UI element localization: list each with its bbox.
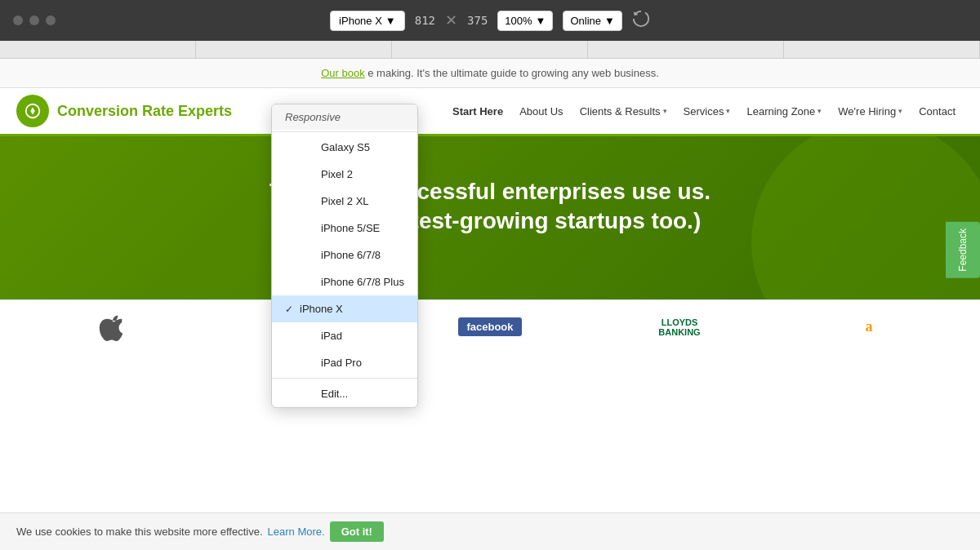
- device-caret-icon: ▼: [385, 15, 396, 27]
- clients-caret-icon: ▾: [663, 107, 667, 115]
- dropdown-item-ipad-pro[interactable]: iPad Pro: [272, 349, 417, 376]
- site-header: Conversion Rate Experts Start Here About…: [0, 88, 980, 136]
- client-logo-lloyds: LLOYDSBANKING: [647, 313, 712, 341]
- devtools-toolbar: iPhone X ▼ 812 ✕ 375 100% ▼ Online ▼: [0, 0, 980, 41]
- network-label: Online: [570, 15, 601, 27]
- client-logo-facebook: facebook: [457, 313, 523, 341]
- services-caret-icon: ▾: [726, 107, 730, 115]
- nav-clients[interactable]: Clients & Results ▾: [572, 100, 675, 122]
- ruler-segment: [392, 41, 588, 58]
- dropdown-item-edit[interactable]: Edit...: [272, 380, 417, 407]
- ruler-segment: [588, 41, 784, 58]
- toolbar-left-controls: [13, 16, 56, 25]
- dropdown-item-pixel-2-xl[interactable]: Pixel 2 XL: [272, 188, 417, 215]
- website-container: Our book e making. It's the ultimate gui…: [0, 59, 980, 550]
- dropdown-item-iphone-5se[interactable]: iPhone 5/SE: [272, 215, 417, 242]
- client-logo-amazon: a: [836, 313, 902, 341]
- ruler-segment: [784, 41, 980, 58]
- dropdown-item-galaxy-s5[interactable]: Galaxy S5: [272, 134, 417, 161]
- rotate-button[interactable]: [632, 10, 650, 32]
- dropdown-header: Responsive: [272, 104, 417, 130]
- dropdown-item-iphone-x[interactable]: iPhone X: [272, 295, 417, 322]
- browser-content: Our book e making. It's the ultimate gui…: [0, 59, 980, 550]
- zoom-label: 100%: [505, 15, 532, 27]
- toolbar-dot-2: [29, 16, 39, 25]
- ruler-segment: [0, 41, 196, 58]
- nav-contact[interactable]: Contact: [911, 100, 964, 122]
- viewport-height: 375: [467, 14, 488, 27]
- book-link[interactable]: Our book: [321, 67, 364, 79]
- hero-section: The most successful enterprises use us. …: [0, 136, 980, 299]
- cookie-accept-button[interactable]: Got it!: [330, 521, 384, 542]
- hiring-caret-icon: ▾: [898, 107, 902, 115]
- nav-start-here[interactable]: Start Here: [444, 100, 511, 122]
- book-text: e making. It's the ultimate guide to gro…: [368, 67, 659, 79]
- cookie-text: We use cookies to make this website more…: [16, 526, 263, 538]
- network-selector[interactable]: Online ▼: [563, 11, 621, 31]
- dropdown-item-ipad[interactable]: iPad: [272, 322, 417, 349]
- feedback-tab-container: Feedback: [946, 222, 980, 278]
- ruler: [0, 41, 980, 59]
- feedback-tab[interactable]: Feedback: [946, 222, 980, 278]
- dimension-cross: ✕: [445, 11, 457, 29]
- hero-title: The most successful enterprises use us. …: [24, 177, 956, 237]
- zoom-selector[interactable]: 100% ▼: [497, 11, 553, 31]
- site-logo: Conversion Rate Experts: [16, 95, 232, 127]
- site-navigation: Start Here About Us Clients & Results ▾ …: [444, 100, 964, 122]
- dropdown-divider-1: [272, 131, 417, 132]
- zoom-caret-icon: ▼: [536, 15, 546, 27]
- logo-text: Conversion Rate Experts: [57, 103, 232, 120]
- logo-icon: [16, 95, 49, 127]
- cookie-learn-more-link[interactable]: Learn More.: [268, 526, 325, 538]
- dropdown-divider-2: [272, 378, 417, 379]
- learning-caret-icon: ▾: [817, 107, 822, 115]
- toolbar-dot-1: [13, 16, 23, 25]
- dropdown-item-pixel-2[interactable]: Pixel 2: [272, 161, 417, 188]
- viewport-width: 812: [415, 14, 435, 27]
- toolbar-dot-3: [46, 16, 56, 25]
- dropdown-item-iphone-678-plus[interactable]: iPhone 6/7/8 Plus: [272, 268, 417, 295]
- nav-hiring[interactable]: We're Hiring ▾: [830, 100, 911, 122]
- device-selector[interactable]: iPhone X ▼: [330, 11, 405, 31]
- logos-bar: Google facebook LLOYDSBANKING a: [0, 299, 980, 353]
- client-logo-apple: [78, 313, 144, 341]
- device-label: iPhone X: [339, 15, 382, 27]
- device-dropdown-menu: Responsive Galaxy S5 Pixel 2 Pixel 2 XL …: [271, 104, 418, 408]
- nav-services[interactable]: Services ▾: [675, 100, 739, 122]
- nav-learning-zone[interactable]: Learning Zone ▾: [738, 100, 830, 122]
- dropdown-item-iphone-678[interactable]: iPhone 6/7/8: [272, 242, 417, 268]
- book-banner: Our book e making. It's the ultimate gui…: [0, 59, 980, 88]
- ruler-segment: [196, 41, 392, 58]
- nav-about[interactable]: About Us: [511, 100, 571, 122]
- network-caret-icon: ▼: [604, 15, 615, 27]
- cookie-bar: We use cookies to make this website more…: [0, 512, 980, 550]
